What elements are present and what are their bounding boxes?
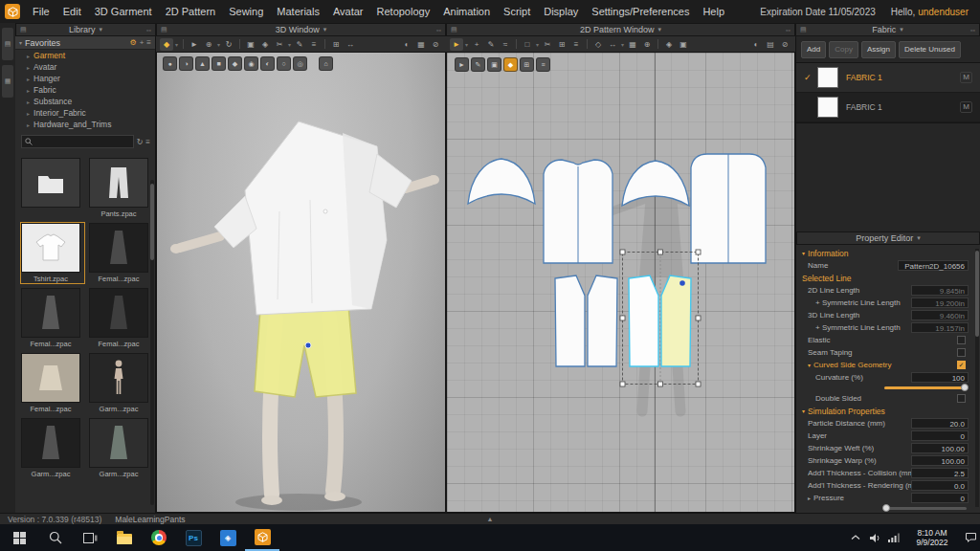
thickness-rendering-input[interactable]: 0.0 bbox=[911, 480, 969, 491]
avatar-3d-model[interactable] bbox=[165, 97, 440, 513]
elastic-checkbox[interactable] bbox=[957, 336, 966, 344]
seam-taping-checkbox[interactable] bbox=[957, 348, 966, 357]
blue-app-button[interactable]: ◈ bbox=[211, 524, 245, 551]
gizmo-tool-icon[interactable]: ◈ bbox=[258, 38, 272, 51]
simulate-icon[interactable]: ◆ bbox=[160, 38, 173, 51]
layer-input[interactable]: 0 bbox=[911, 430, 969, 441]
garment-thumbnail[interactable] bbox=[89, 418, 148, 468]
grid-tool-icon[interactable]: ⊞ bbox=[329, 38, 343, 51]
symmetric-line-length-field[interactable]: 19.157in bbox=[911, 322, 969, 333]
show-grid-icon[interactable]: ○ bbox=[277, 56, 291, 71]
hanger-icon[interactable]: ⌂ bbox=[319, 56, 333, 71]
file-explorer-button[interactable] bbox=[107, 524, 142, 551]
list-item[interactable]: Garm...zpac bbox=[89, 353, 152, 413]
curvature-slider[interactable] bbox=[884, 386, 967, 389]
list-item[interactable]: Pants.zpac bbox=[89, 158, 152, 218]
favorite-item-avatar[interactable]: ▸Avatar bbox=[15, 61, 155, 73]
network-button[interactable] bbox=[884, 524, 903, 551]
add-favorite-icon[interactable]: + bbox=[140, 38, 145, 47]
panel-menu-icon[interactable]: ▫▫ bbox=[970, 27, 975, 33]
pan-tool-icon[interactable]: ↔ bbox=[344, 38, 357, 51]
volume-button[interactable] bbox=[865, 524, 884, 551]
show-pressure-icon[interactable]: ◐ bbox=[260, 56, 275, 71]
menu-retopology[interactable]: Retopology bbox=[370, 0, 437, 23]
favorite-item-garment[interactable]: ▸Garment bbox=[15, 50, 155, 61]
copy-fabric-button[interactable]: Copy bbox=[829, 41, 858, 58]
trace-icon[interactable]: ✂ bbox=[541, 38, 554, 51]
show-garment-icon[interactable]: ◑ bbox=[179, 56, 193, 71]
seam-pattern-icon[interactable]: ▦ bbox=[626, 38, 639, 51]
add-point-icon[interactable]: + bbox=[470, 38, 483, 51]
2d-line-length-field[interactable]: 9.845in bbox=[911, 285, 969, 296]
garment-thumbnail[interactable] bbox=[89, 288, 148, 338]
pattern-piece-sleeve-left[interactable] bbox=[468, 159, 535, 204]
shrinkage-weft-input[interactable]: 100.00 bbox=[911, 443, 969, 453]
show-grid-2d-icon[interactable]: ⊞ bbox=[520, 57, 534, 72]
chrome-button[interactable] bbox=[142, 524, 176, 551]
pin-tool-icon[interactable]: ⊕ bbox=[202, 38, 215, 51]
pen-tool-icon[interactable]: ✎ bbox=[293, 38, 306, 51]
scissors-tool-icon[interactable]: ✂ bbox=[273, 38, 286, 51]
tray-expand-button[interactable] bbox=[846, 524, 865, 551]
chevron-down-icon[interactable]: ▾ bbox=[621, 41, 624, 48]
texture-view-2d-icon[interactable]: ◐ bbox=[749, 38, 763, 51]
grading-icon[interactable]: ⊞ bbox=[555, 38, 568, 51]
mesh-view-2d-icon[interactable]: ▤ bbox=[764, 38, 777, 51]
double-sided-checkbox[interactable] bbox=[957, 394, 966, 403]
thickness-collision-input[interactable]: 2.5 bbox=[911, 468, 969, 478]
tshirt-thumbnail[interactable] bbox=[21, 223, 80, 273]
show-baseline-icon[interactable]: ✎ bbox=[471, 57, 485, 72]
menu-avatar[interactable]: Avatar bbox=[326, 0, 370, 23]
menu-help[interactable]: Help bbox=[696, 0, 731, 23]
edit-curve-icon[interactable]: ≈ bbox=[499, 38, 512, 51]
list-item[interactable] bbox=[21, 158, 84, 218]
section-information[interactable]: ▾ Information bbox=[796, 247, 980, 259]
show-texture-icon[interactable]: ◆ bbox=[503, 57, 518, 72]
favorite-item-substance[interactable]: ▸Substance bbox=[15, 96, 155, 107]
curved-side-geometry-checkbox[interactable]: ✓ bbox=[957, 361, 966, 369]
rectangle-pattern-icon[interactable]: □ bbox=[521, 38, 534, 51]
folder-thumbnail[interactable] bbox=[21, 158, 80, 208]
show-pins-icon[interactable]: ■ bbox=[212, 56, 226, 71]
pattern-name-input[interactable]: Pattern2D_10656 bbox=[898, 260, 969, 271]
clo-app-button[interactable] bbox=[245, 524, 279, 551]
menu-materials[interactable]: Materials bbox=[270, 0, 326, 23]
chevron-down-icon[interactable]: ▾ bbox=[900, 26, 903, 33]
fabric-swatch[interactable] bbox=[817, 67, 838, 88]
fabric-type-badge[interactable]: M bbox=[960, 101, 972, 113]
arrangement-tool-icon[interactable]: ▣ bbox=[244, 38, 257, 51]
library-scrollbar[interactable] bbox=[150, 180, 154, 505]
favorite-item-hanger[interactable]: ▸Hanger bbox=[15, 73, 155, 84]
baseline-icon[interactable]: ▣ bbox=[677, 38, 690, 51]
list-item[interactable]: Tshirt.zpac bbox=[21, 223, 84, 283]
filter-menu-icon[interactable]: ≡ bbox=[145, 138, 150, 146]
menu-display[interactable]: Display bbox=[537, 0, 585, 23]
settings-gear-icon[interactable]: ⚙ bbox=[129, 38, 136, 47]
fabric-row[interactable]: FABRIC 1 M bbox=[796, 93, 980, 122]
section-selected-line[interactable]: Selected Line bbox=[796, 272, 980, 284]
list-view-icon[interactable]: ≡ bbox=[146, 38, 151, 47]
edit-pattern-icon[interactable]: ✎ bbox=[484, 38, 498, 51]
panel-menu-icon[interactable]: ▫▫ bbox=[146, 27, 151, 33]
show-avatar-icon[interactable]: ● bbox=[163, 56, 177, 71]
chevron-down-icon[interactable]: ▾ bbox=[175, 41, 178, 48]
3d-viewport-canvas[interactable]: ● ◑ ▲ ■ ◆ ◉ ◐ ○ ◎ ⌂ bbox=[156, 52, 446, 513]
menu-3d-garment[interactable]: 3D Garment bbox=[88, 0, 159, 23]
garment-thumbnail[interactable] bbox=[21, 418, 80, 468]
panel-menu-icon[interactable]: ▫▫ bbox=[786, 27, 791, 33]
internal-shape-icon[interactable]: ◈ bbox=[662, 38, 676, 51]
show-seams-icon[interactable]: ▲ bbox=[195, 56, 210, 71]
panel-menu-icon[interactable]: ▫▫ bbox=[436, 27, 441, 33]
dart-icon[interactable]: ⊕ bbox=[640, 38, 654, 51]
avatar-thumbnail[interactable] bbox=[89, 353, 148, 403]
taskbar-search-button[interactable] bbox=[38, 524, 73, 551]
fabric-swatch[interactable] bbox=[817, 97, 838, 118]
list-item[interactable]: Femal...zpac bbox=[89, 223, 152, 283]
assign-fabric-button[interactable]: Assign bbox=[861, 41, 896, 58]
favorite-item-interior-fabric[interactable]: ▸Interior_Fabric bbox=[15, 107, 155, 119]
menu-edit[interactable]: Edit bbox=[56, 0, 88, 23]
chevron-down-icon[interactable]: ▾ bbox=[536, 41, 539, 48]
sewing-free-icon[interactable]: ↔ bbox=[606, 38, 619, 51]
symmetric-line-length-field[interactable]: 19.200in bbox=[911, 298, 969, 308]
fabric-type-badge[interactable]: M bbox=[960, 72, 972, 83]
